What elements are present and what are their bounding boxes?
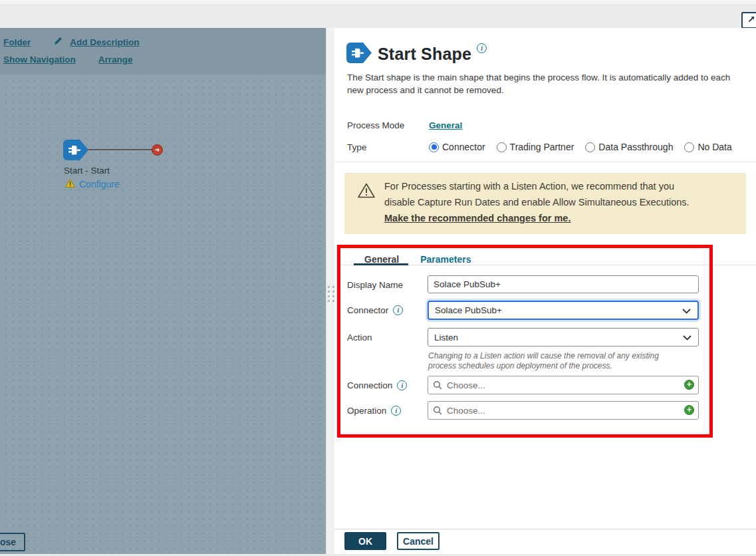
start-shape-icon[interactable] <box>63 140 88 160</box>
arrange-link[interactable]: Arrange <box>98 55 133 65</box>
display-name-label: Display Name <box>347 280 403 290</box>
listen-warning-banner: For Processes starting with a Listen Act… <box>344 173 746 234</box>
add-connection-button[interactable]: + <box>684 380 694 390</box>
action-label: Action <box>347 333 372 343</box>
active-tab-indicator <box>354 263 408 265</box>
canvas-grid: ➜ Start - Start Configure ose <box>0 74 326 556</box>
process-mode-label: Process Mode <box>347 120 429 130</box>
close-button[interactable]: ose <box>0 533 25 551</box>
folder-link[interactable]: Folder <box>3 37 31 47</box>
operation-choose-input[interactable] <box>428 401 699 420</box>
search-icon <box>433 380 442 392</box>
radio-trading-partner[interactable]: Trading Partner <box>497 142 574 152</box>
cancel-button[interactable]: Cancel <box>397 532 440 550</box>
action-note: Changing to a Listen action will cause t… <box>428 351 674 371</box>
operation-label: Operation i <box>347 406 401 416</box>
radio-data-passthrough-control[interactable] <box>585 142 595 152</box>
operation-info-icon[interactable]: i <box>391 406 401 416</box>
display-name-input[interactable] <box>428 275 699 293</box>
expand-icon <box>747 15 756 27</box>
warning-line1: For Processes starting with a Listen Act… <box>384 181 674 192</box>
chevron-down-icon <box>682 305 691 317</box>
radio-no-data-control[interactable] <box>684 142 694 152</box>
chevron-down-icon <box>683 331 692 343</box>
radio-connector[interactable]: Connector <box>429 142 485 152</box>
footer-divider <box>334 529 756 529</box>
process-mode-row: Process Mode General <box>347 120 462 130</box>
tab-general[interactable]: General <box>354 251 410 271</box>
radio-connector-control[interactable] <box>429 142 439 152</box>
type-row: Type Connector Trading Partner Data Pass… <box>347 142 732 152</box>
configure-row[interactable]: Configure <box>65 178 120 190</box>
connector-info-icon[interactable]: i <box>393 305 403 315</box>
add-description-link[interactable]: Add Description <box>70 37 139 47</box>
process-mode-link[interactable]: General <box>429 120 462 130</box>
flow-endpoint-icon[interactable]: ➜ <box>152 144 163 156</box>
panel-splitter[interactable] <box>326 28 334 556</box>
process-canvas: Folder Add Description Show Navigation A… <box>0 28 326 556</box>
search-icon <box>433 406 442 418</box>
expand-panel-button[interactable] <box>741 12 756 29</box>
page-title: Start Shape <box>378 45 471 64</box>
start-shape-panel: Start Shape i The Start shape is the mai… <box>334 28 756 556</box>
show-navigation-link[interactable]: Show Navigation <box>3 55 76 65</box>
add-operation-button[interactable]: + <box>684 405 694 415</box>
panel-header: Start Shape i <box>346 43 487 66</box>
connection-field: + <box>428 376 699 394</box>
connection-info-icon[interactable]: i <box>397 380 407 390</box>
start-shape-badge-icon <box>346 43 372 66</box>
alert-triangle-icon <box>358 183 375 201</box>
section-divider <box>336 162 756 162</box>
canvas-header: Folder Add Description Show Navigation A… <box>0 28 326 74</box>
radio-trading-partner-control[interactable] <box>497 142 507 152</box>
warning-line2: disable Capture Run Dates and enable All… <box>384 197 690 208</box>
warning-triangle-icon <box>65 178 75 190</box>
config-tabs: General Parameters <box>354 251 481 271</box>
connection-label: Connection i <box>347 380 407 390</box>
connector-select[interactable]: Solace PubSub+ <box>428 301 699 320</box>
ok-button[interactable]: OK <box>344 532 386 550</box>
type-label: Type <box>347 142 429 152</box>
tab-parameters[interactable]: Parameters <box>410 251 481 271</box>
top-toolbar <box>0 0 756 28</box>
configure-link[interactable]: Configure <box>79 179 120 190</box>
process-builder-window: Folder Add Description Show Navigation A… <box>0 0 756 556</box>
radio-data-passthrough[interactable]: Data Passthrough <box>585 142 673 152</box>
pencil-icon <box>53 36 63 49</box>
action-select[interactable]: Listen <box>428 328 699 347</box>
connection-choose-input[interactable] <box>428 376 699 394</box>
radio-no-data[interactable]: No Data <box>684 142 731 152</box>
title-info-icon[interactable]: i <box>477 43 487 53</box>
splitter-drag-handle[interactable] <box>328 286 334 302</box>
recommended-changes-link[interactable]: Make the recommended changes for me. <box>384 210 570 226</box>
shape-description: The Start shape is the main shape that b… <box>347 71 746 96</box>
shape-label: Start - Start <box>64 166 110 176</box>
connector-label: Connector i <box>347 305 403 315</box>
connector-line <box>88 149 154 150</box>
operation-field: + <box>428 401 699 420</box>
